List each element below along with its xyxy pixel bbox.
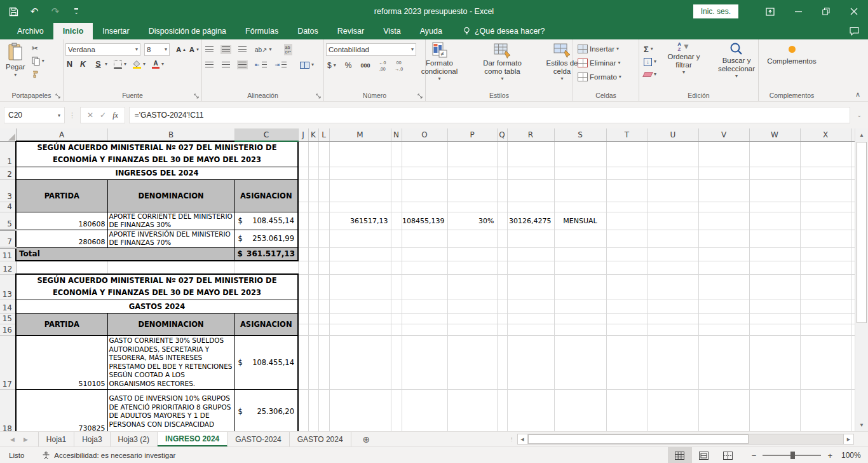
cell-empty[interactable] <box>606 300 648 313</box>
zoom-percentage[interactable]: 100% <box>841 451 868 460</box>
cell-empty[interactable] <box>507 274 554 300</box>
col-header-V[interactable]: V <box>698 128 749 141</box>
cell-empty[interactable] <box>698 247 749 261</box>
orientation-button[interactable]: ab↗▾ <box>254 45 273 55</box>
cell-empty[interactable] <box>800 335 851 389</box>
cell-empty[interactable] <box>447 274 497 300</box>
cell-empty[interactable] <box>648 389 698 431</box>
cell-empty[interactable] <box>698 179 749 202</box>
cell-empty[interactable] <box>318 230 329 247</box>
cell-empty[interactable] <box>308 202 318 212</box>
cell-empty[interactable] <box>329 261 391 274</box>
comma-style-button[interactable]: 000 <box>359 60 371 71</box>
cell-empty[interactable] <box>329 247 391 261</box>
cell-C5-asignacion[interactable]: $108.455,14 <box>234 212 298 230</box>
numero-dialog-launcher[interactable] <box>417 93 424 99</box>
row-header-3[interactable]: 3 <box>0 179 16 202</box>
formula-input[interactable]: ='GASTO-2024'!C11 <box>129 107 851 123</box>
cell-empty[interactable] <box>698 324 749 335</box>
cell-empty[interactable] <box>648 324 698 335</box>
cell-empty[interactable] <box>507 313 554 324</box>
cell-empty[interactable] <box>329 274 391 300</box>
cell-gastos-header-denominacion[interactable]: DENOMINACION <box>107 313 234 335</box>
cell-empty[interactable] <box>800 300 851 313</box>
cell-empty[interactable] <box>402 261 447 274</box>
cell-empty[interactable] <box>648 300 698 313</box>
row-header-15[interactable]: 15 <box>0 313 16 324</box>
cell-empty[interactable] <box>234 261 298 274</box>
row-header-4[interactable]: 4 <box>0 202 16 212</box>
tab-revisar[interactable]: Revisar <box>328 23 374 39</box>
cell-empty[interactable] <box>308 179 318 202</box>
cell-empty[interactable] <box>308 313 318 324</box>
cell-empty[interactable] <box>606 179 648 202</box>
row-header-12[interactable]: 12 <box>0 261 16 274</box>
cell-empty[interactable] <box>606 167 648 179</box>
cell-empty[interactable] <box>497 335 507 389</box>
accounting-format-button[interactable]: $▾ <box>326 60 337 71</box>
cell-empty[interactable] <box>298 230 308 247</box>
cell-empty[interactable] <box>497 212 507 230</box>
conditional-formatting-button[interactable]: ≠ Formato condicional ▾ <box>412 41 468 83</box>
vertical-scrollbar[interactable]: ▲ ▼ <box>855 128 868 431</box>
cell-empty[interactable] <box>648 313 698 324</box>
font-color-button[interactable]: A ▾ <box>151 59 165 69</box>
undo-button[interactable]: ↶ <box>29 6 40 17</box>
cell-empty[interactable] <box>800 274 851 300</box>
cell-empty[interactable] <box>391 179 402 202</box>
cell-empty[interactable] <box>329 335 391 389</box>
horizontal-scroll-track[interactable] <box>528 434 843 445</box>
zoom-in-button[interactable]: + <box>827 451 832 460</box>
copy-button[interactable]: ▾ <box>31 56 46 66</box>
insert-function-button[interactable]: fx <box>112 111 118 120</box>
cell-empty[interactable] <box>497 324 507 335</box>
cell-empty[interactable] <box>698 202 749 212</box>
cell-S5[interactable]: MENSUAL <box>554 212 606 230</box>
cell-empty[interactable] <box>402 230 447 247</box>
cell-empty[interactable] <box>507 247 554 261</box>
cell-empty[interactable] <box>554 324 606 335</box>
percent-style-button[interactable]: % <box>344 60 353 71</box>
cell-empty[interactable] <box>308 274 318 300</box>
cell-empty[interactable] <box>447 300 497 313</box>
cell-empty[interactable] <box>606 202 648 212</box>
cell-B18-denominacion[interactable]: GASTO DE INVERSION 10% GRUPOS DE ATENCIÓ… <box>107 389 234 431</box>
cell-empty[interactable] <box>497 261 507 274</box>
paste-button[interactable]: Pegar ▾ <box>2 41 29 79</box>
cell-empty[interactable] <box>298 261 308 274</box>
cell-empty[interactable] <box>648 212 698 230</box>
cell-empty[interactable] <box>308 335 318 389</box>
cell-empty[interactable] <box>298 179 308 202</box>
normal-view-button[interactable] <box>668 447 692 463</box>
col-header-P[interactable]: P <box>447 128 497 141</box>
increase-decimal-button[interactable]: ←0,00 <box>377 60 387 71</box>
col-header-C-selected[interactable]: C <box>234 128 298 141</box>
cell-empty[interactable] <box>606 141 648 167</box>
cell-empty[interactable] <box>749 324 800 335</box>
col-header-M[interactable]: M <box>329 128 391 141</box>
borders-button[interactable]: ▾ <box>112 59 128 69</box>
sheet-tab-gasto-2024a[interactable]: GASTO-2024 <box>227 432 289 446</box>
cell-empty[interactable] <box>447 261 497 274</box>
scroll-up-button[interactable]: ▲ <box>855 128 868 141</box>
cell-empty[interactable] <box>648 202 698 212</box>
row-header-2[interactable]: 2 <box>0 167 16 179</box>
cell-empty[interactable] <box>800 202 851 212</box>
cell-empty[interactable] <box>447 230 497 247</box>
cell-empty[interactable] <box>507 389 554 431</box>
cell-empty[interactable] <box>497 179 507 202</box>
cell-empty[interactable] <box>329 389 391 431</box>
cell-empty[interactable] <box>318 335 329 389</box>
col-header-W[interactable]: W <box>749 128 800 141</box>
delete-cells-button[interactable]: Eliminar▾ <box>576 58 622 68</box>
cell-gastos-header-asignacion[interactable]: ASIGNACION <box>234 313 298 335</box>
cell-empty[interactable] <box>749 247 800 261</box>
restore-button[interactable] <box>812 0 840 23</box>
align-middle-button[interactable] <box>220 45 231 55</box>
cell-empty[interactable] <box>606 247 648 261</box>
zoom-out-button[interactable]: − <box>752 451 757 460</box>
tab-datos[interactable]: Datos <box>288 23 328 39</box>
format-cells-button[interactable]: Formato▾ <box>576 72 623 82</box>
cell-empty[interactable] <box>554 261 606 274</box>
collapse-ribbon-button[interactable]: ∧ <box>855 90 860 99</box>
